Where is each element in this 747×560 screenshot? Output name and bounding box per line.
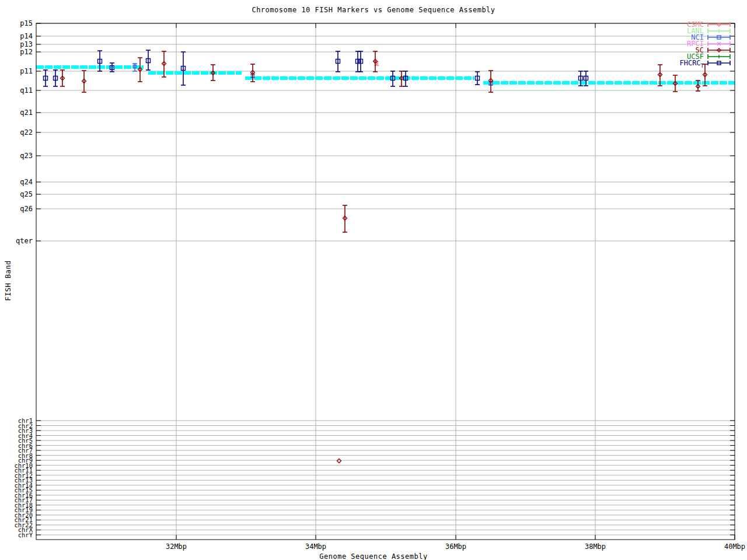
chart-title: Chromosome 10 FISH Markers vs Genome Seq…	[0, 6, 747, 14]
y-axis-label: FISH Band	[4, 260, 12, 301]
x-tick-label: 32Mbp	[166, 542, 187, 551]
series-SC	[60, 51, 707, 463]
x-tick-label: 38Mbp	[585, 542, 606, 551]
legend-label: FHCRCT	[679, 59, 704, 69]
legend-entry-RPCI: RPCI	[687, 40, 730, 48]
plot-border	[36, 23, 735, 540]
x-tick-label: 36Mbp	[445, 542, 466, 551]
x-tick-label: 40Mbp	[724, 542, 745, 551]
y-tick-labels: p15p14p13p12p11q11q21q22q23q24q25q26qter…	[14, 19, 33, 538]
y-tick-label: p12	[20, 48, 33, 56]
y-tick-label: p13	[20, 40, 33, 48]
y-tick-label: q22	[20, 128, 33, 136]
diamond-marker	[337, 459, 341, 463]
y-tick-label: p14	[20, 32, 33, 40]
y-tick-label: chrY	[18, 531, 33, 538]
y-tick-label: q11	[20, 86, 33, 94]
y-tick-label: q25	[20, 190, 33, 198]
x-tick-labels: 32Mbp34Mbp36Mbp38Mbp40Mbp	[166, 542, 745, 551]
x-axis-label: Genome Sequence Assembly	[0, 552, 747, 560]
x-tick-label: 34Mbp	[305, 542, 326, 551]
y-tick-label: q24	[20, 178, 33, 186]
y-tick-label: q21	[20, 108, 33, 117]
chart-page: p15p14p13p12p11q11q21q22q23q24q25q26qter…	[0, 0, 747, 560]
y-tick-label: q26	[20, 205, 33, 213]
y-tick-label: p11	[20, 67, 33, 75]
axis-ticks	[36, 23, 735, 540]
assembly-track	[36, 67, 735, 83]
y-tick-label: qter	[16, 237, 33, 245]
fish-marker-chart: p15p14p13p12p11q11q21q22q23q24q25q26qter…	[0, 0, 747, 560]
y-tick-label: p15	[20, 19, 33, 27]
data-series	[43, 50, 707, 463]
y-tick-label: q23	[20, 152, 33, 160]
grid-lines	[36, 23, 735, 540]
